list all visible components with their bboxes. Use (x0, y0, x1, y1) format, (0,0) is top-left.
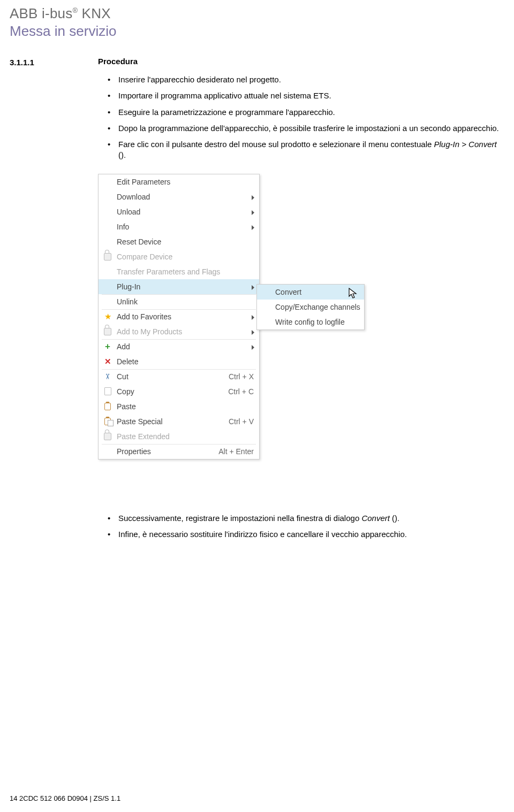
menu-item-paste[interactable]: Paste (99, 399, 259, 414)
menu-item-cut[interactable]: ✂CutCtrl + X (99, 369, 259, 384)
menu-item-plug-in[interactable]: Plug-In (99, 279, 259, 294)
menu-item-label: Paste Extended (117, 432, 170, 441)
menu-item-shortcut: Ctrl + X (218, 372, 254, 381)
menu-item-download[interactable]: Download (99, 189, 259, 204)
bullet-item: Fare clic con il pulsante destro del mou… (98, 139, 504, 161)
copy-icon (103, 387, 112, 396)
menu-item-shortcut: Ctrl + V (218, 417, 254, 426)
menu-item-shortcut: Alt + Enter (208, 447, 254, 456)
doc-header-line1: ABB i-bus® KNX (10, 5, 504, 22)
menu-item-label: Write config to logfile (275, 318, 345, 326)
menu-item-label: Reset Device (117, 238, 161, 246)
menu-item-paste-special[interactable]: Paste SpecialCtrl + V (99, 414, 259, 429)
menu-item-label: Add (117, 342, 130, 351)
bullet-item: Inserire l'apparecchio desiderato nel pr… (98, 74, 504, 85)
menu-item-label: Copy/Exchange channels (275, 303, 360, 311)
menu-item-edit-parameters[interactable]: Edit Parameters (99, 174, 259, 189)
star-icon: ★ (103, 312, 112, 321)
submenu-arrow-icon (251, 209, 255, 217)
menu-item-label: Convert (275, 288, 301, 296)
menu-item-unlink[interactable]: Unlink (99, 294, 259, 309)
menu-item-label: Transfer Parameters and Flags (117, 267, 220, 276)
plus-icon: + (103, 342, 112, 351)
hdr-text-b: KNX (78, 5, 110, 21)
submenu-arrow-icon (251, 313, 255, 322)
menu-item-label: Delete (117, 357, 138, 366)
submenu-arrow-icon (251, 328, 255, 337)
menu-item-label: Paste (117, 402, 136, 411)
section-title: Procedura (98, 57, 138, 67)
menu-item-label: Cut (117, 372, 128, 381)
menu-item-delete[interactable]: ✕Delete (99, 354, 259, 369)
menu-item-label: Properties (117, 447, 151, 456)
menu-item-label: Edit Parameters (117, 178, 170, 186)
lock-icon (103, 432, 112, 441)
menu-item-shortcut: Ctrl + C (217, 387, 254, 396)
bullet-item: Successivamente, registrare le impostazi… (98, 513, 504, 524)
doc-header-line2: Messa in servizio (10, 23, 504, 40)
cursor-icon (349, 288, 358, 302)
submenu-item-convert[interactable]: Convert (257, 285, 364, 300)
bullet-item: Eseguire la parametrizzazione e programm… (98, 107, 504, 118)
menu-item-info[interactable]: Info (99, 219, 259, 234)
menu-item-label: Paste Special (117, 417, 163, 426)
x-icon: ✕ (103, 357, 112, 366)
menu-item-reset-device[interactable]: Reset Device (99, 234, 259, 249)
lock-icon (103, 252, 112, 262)
registered-mark: ® (72, 6, 78, 14)
hdr-text-a: ABB i-bus (10, 5, 72, 21)
submenu-arrow-icon (251, 284, 255, 292)
menu-item-copy[interactable]: CopyCtrl + C (99, 384, 259, 399)
menu-item-label: Add to Favorites (117, 312, 171, 321)
menu-item-label: Info (117, 223, 129, 231)
bullet-list-top: Inserire l'apparecchio desiderato nel pr… (98, 74, 504, 161)
menu-item-label: Unload (117, 208, 140, 216)
menu-item-label: Copy (117, 387, 134, 396)
submenu-arrow-icon (251, 194, 255, 202)
page-footer: 14 2CDC 512 066 D0904 | ZS/S 1.1 (10, 794, 120, 802)
menu-item-add-to-favorites[interactable]: ★Add to Favorites (99, 309, 259, 324)
section-number: 3.1.1.1 (10, 57, 98, 67)
submenu-item-write-config-to-logfile[interactable]: Write config to logfile (257, 315, 364, 330)
bullet-item: Infine, è necessario sostituire l'indiri… (98, 529, 504, 540)
paste-icon (103, 402, 112, 411)
context-menu-screenshot: Edit ParametersDownloadUnloadInfoReset D… (98, 174, 504, 505)
menu-item-label: Compare Device (117, 252, 172, 261)
menu-item-properties[interactable]: PropertiesAlt + Enter (99, 444, 259, 459)
context-menu-main: Edit ParametersDownloadUnloadInfoReset D… (98, 174, 260, 459)
menu-item-compare-device[interactable]: Compare Device (99, 249, 259, 264)
submenu-arrow-icon (251, 224, 255, 232)
bullet-list-bottom: Successivamente, registrare le impostazi… (98, 513, 504, 540)
menu-item-add-to-my-products[interactable]: Add to My Products (99, 324, 259, 339)
menu-item-paste-extended[interactable]: Paste Extended (99, 429, 259, 444)
menu-item-transfer-parameters-and-flags[interactable]: Transfer Parameters and Flags (99, 264, 259, 279)
submenu-arrow-icon (251, 343, 255, 352)
menu-item-unload[interactable]: Unload (99, 204, 259, 219)
menu-item-label: Download (117, 193, 150, 201)
bullet-item: Importare il programma applicativo attua… (98, 90, 504, 101)
lock-icon (103, 327, 112, 336)
bullet-item: Dopo la programmazione dell'apparecchio,… (98, 123, 504, 134)
submenu-item-copy-exchange-channels[interactable]: Copy/Exchange channels (257, 300, 364, 315)
menu-item-add[interactable]: +Add (99, 339, 259, 354)
paste2-icon (103, 417, 112, 426)
menu-item-label: Plug-In (117, 282, 140, 291)
menu-item-label: Unlink (117, 297, 138, 306)
cut-icon: ✂ (103, 372, 112, 381)
menu-item-label: Add to My Products (117, 327, 182, 336)
